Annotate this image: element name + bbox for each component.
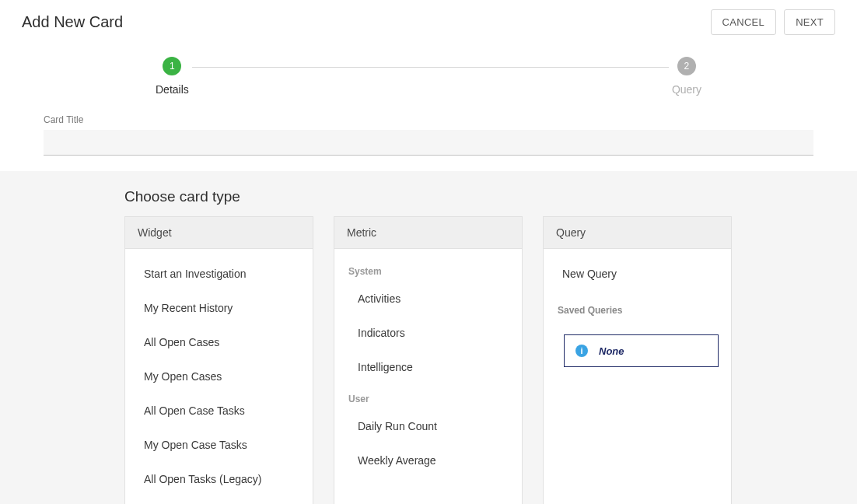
card-title-label: Card Title [44,114,813,125]
step-query[interactable]: 2 Query [672,57,701,96]
widget-item-my-recent-history[interactable]: My Recent History [125,291,313,325]
metric-system-label: System [334,257,522,282]
query-card-body: New Query Saved Queries i None [544,249,731,381]
wizard-stepper: 1 Details 2 Query [0,41,857,103]
widget-item-my-open-cases[interactable]: My Open Cases [125,359,313,394]
saved-queries-none-text: None [599,345,624,357]
metric-item-daily-run-count[interactable]: Daily Run Count [334,409,522,443]
step-2-label: Query [672,83,701,96]
query-card: Query New Query Saved Queries i None [543,216,732,504]
widget-card-header: Widget [125,217,313,249]
metric-item-intelligence[interactable]: Intelligence [334,350,522,384]
metric-card: Metric System Activities Indicators Inte… [334,216,523,504]
step-details[interactable]: 1 Details [156,57,189,96]
widget-item-all-open-case-tasks[interactable]: All Open Case Tasks [125,394,313,428]
next-button[interactable]: NEXT [784,9,835,35]
metric-user-label: User [334,384,522,409]
card-title-section: Card Title [0,103,857,171]
info-icon: i [575,345,588,357]
page-header: Add New Card CANCEL NEXT [0,0,857,41]
saved-queries-label: Saved Queries [544,291,731,324]
widget-item-all-open-cases[interactable]: All Open Cases [125,325,313,359]
step-1-circle: 1 [163,57,181,75]
widget-item-my-open-case-tasks[interactable]: My Open Case Tasks [125,428,313,462]
page-title: Add New Card [22,13,123,31]
widget-card-body: Start an Investigation My Recent History… [125,249,313,504]
metric-item-indicators[interactable]: Indicators [334,316,522,350]
cancel-button[interactable]: CANCEL [711,9,777,35]
widget-item-start-investigation[interactable]: Start an Investigation [125,257,313,291]
step-2-circle: 2 [677,57,696,75]
query-card-header: Query [544,217,731,249]
widget-item-all-open-tasks-legacy[interactable]: All Open Tasks (Legacy) [125,462,313,496]
metric-item-activities[interactable]: Activities [334,282,522,316]
card-types-row: Widget Start an Investigation My Recent … [124,216,733,504]
choose-card-type-section: Choose card type Widget Start an Investi… [0,171,857,504]
step-1-label: Details [156,83,189,96]
metric-item-weekly-average[interactable]: Weekly Average [334,443,522,478]
choose-title: Choose card type [124,188,733,205]
saved-queries-none-box: i None [564,334,719,367]
widget-card: Widget Start an Investigation My Recent … [124,216,313,504]
metric-card-body: System Activities Indicators Intelligenc… [334,249,522,492]
stepper-line [192,67,669,68]
card-title-input[interactable] [44,130,813,156]
query-item-new-query[interactable]: New Query [544,257,731,291]
metric-card-header: Metric [334,217,522,249]
header-actions: CANCEL NEXT [711,9,835,35]
